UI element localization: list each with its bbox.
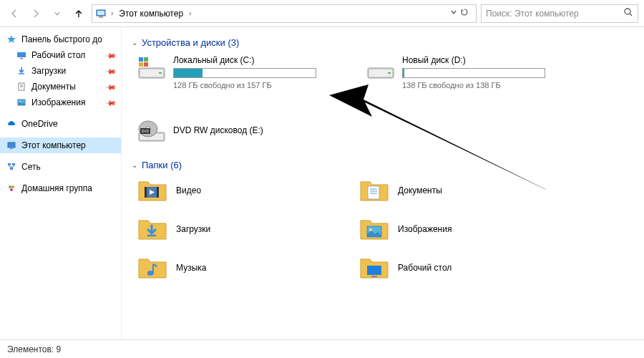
back-button[interactable] (6, 5, 23, 22)
this-pc-icon (95, 8, 107, 19)
drive-free-text: 138 ГБ свободно из 138 ГБ (402, 81, 552, 90)
chevron-down-icon: ⌄ (132, 39, 137, 47)
sidebar-item-documents[interactable]: Документы 📌 (0, 79, 121, 95)
drive-item[interactable]: DVD DVD RW дисковод (E:) (137, 118, 323, 144)
svg-rect-28 (144, 62, 148, 67)
svg-rect-16 (12, 163, 15, 165)
search-placeholder: Поиск: Этот компьютер (486, 9, 579, 19)
drive-free-text: 128 ГБ свободно из 157 ГБ (173, 81, 323, 90)
desktop-icon (16, 49, 27, 61)
group-header-devices[interactable]: ⌄ Устройства и диски (3) (132, 37, 634, 48)
search-icon (623, 7, 633, 19)
dropdown-icon[interactable] (450, 8, 457, 19)
svg-rect-23 (159, 72, 162, 74)
svg-rect-5 (17, 52, 26, 57)
sidebar-item-onedrive[interactable]: OneDrive (0, 116, 121, 132)
network-icon (6, 161, 17, 173)
svg-point-18 (9, 185, 11, 188)
sidebar-item-desktop[interactable]: Рабочий стол 📌 (0, 47, 121, 63)
svg-rect-41 (368, 186, 379, 199)
onedrive-icon (6, 118, 17, 130)
refresh-icon[interactable] (460, 8, 469, 19)
svg-text:DVD: DVD (142, 129, 150, 133)
pin-icon: 📌 (105, 97, 117, 108)
up-button[interactable] (70, 5, 87, 22)
folder-name: Музыка (176, 263, 206, 273)
folder-name: Изображения (398, 224, 452, 234)
music-folder-icon (137, 255, 167, 281)
drive-name: Новый диск (D:) (402, 55, 552, 65)
sidebar-item-homegroup[interactable]: Домашняя группа (0, 180, 121, 196)
svg-rect-2 (99, 16, 103, 18)
svg-rect-31 (388, 72, 391, 74)
svg-rect-15 (8, 163, 11, 165)
drive-item[interactable]: Локальный диск (C:) 128 ГБ свободно из 1… (137, 55, 323, 90)
svg-rect-48 (367, 266, 381, 275)
pin-icon: 📌 (105, 65, 117, 77)
drive-name: DVD RW дисковод (E:) (173, 125, 323, 135)
address-bar[interactable]: › Этот компьютер › (92, 4, 477, 23)
homegroup-icon (6, 183, 17, 194)
downloads-icon (16, 65, 27, 77)
svg-point-19 (11, 185, 14, 188)
svg-rect-17 (10, 168, 13, 170)
sidebar: Панель быстрого до Рабочий стол 📌 Загруз… (0, 27, 122, 339)
status-bar: Элементов: 9 (0, 339, 644, 358)
folder-item-music[interactable]: Музыка (137, 255, 295, 281)
svg-rect-14 (10, 148, 13, 149)
documents-icon (16, 81, 27, 92)
dvd-drive-icon: DVD (137, 118, 166, 144)
svg-rect-39 (145, 187, 147, 198)
svg-rect-40 (157, 187, 159, 198)
sidebar-item-quick-access[interactable]: Панель быстрого до (0, 32, 121, 47)
folder-name: Документы (398, 185, 442, 195)
folder-name: Загрузки (176, 224, 210, 234)
folder-item-videos[interactable]: Видео (137, 178, 295, 203)
folder-item-documents[interactable]: Документы (359, 178, 517, 203)
breadcrumb-item[interactable]: Этот компьютер (117, 9, 185, 19)
drive-c-icon (137, 55, 166, 81)
videos-folder-icon (137, 178, 167, 203)
forward-button[interactable] (27, 5, 44, 22)
sidebar-item-pictures[interactable]: Изображения 📌 (0, 95, 121, 110)
svg-point-3 (625, 9, 630, 14)
svg-line-4 (630, 14, 632, 16)
sidebar-item-network[interactable]: Сеть (0, 159, 121, 175)
svg-point-20 (10, 188, 13, 191)
main-content: ⌄ Устройства и диски (3) Локальный диск … (122, 27, 644, 339)
chevron-right-icon: › (187, 9, 192, 17)
pin-icon: 📌 (105, 49, 117, 61)
svg-rect-6 (20, 58, 23, 59)
svg-rect-1 (97, 11, 104, 15)
recent-dropdown[interactable] (49, 5, 66, 22)
drive-d-icon (366, 55, 395, 81)
pin-icon: 📌 (105, 81, 117, 92)
documents-folder-icon (359, 178, 389, 203)
pictures-icon (16, 97, 27, 108)
folder-name: Рабочий стол (398, 263, 452, 273)
downloads-folder-icon (137, 216, 167, 242)
svg-rect-13 (8, 142, 15, 147)
desktop-folder-icon (359, 255, 389, 281)
group-header-folders[interactable]: ⌄ Папки (6) (132, 160, 634, 170)
sidebar-item-downloads[interactable]: Загрузки 📌 (0, 63, 121, 79)
svg-rect-25 (139, 57, 143, 62)
chevron-down-icon: ⌄ (132, 161, 137, 169)
drive-usage-bar (402, 68, 545, 78)
svg-rect-26 (144, 57, 148, 62)
toolbar: › Этот компьютер › Поиск: Этот компьютер (0, 0, 644, 27)
drive-name: Локальный диск (C:) (173, 55, 323, 65)
chevron-right-icon: › (109, 9, 114, 17)
search-input[interactable]: Поиск: Этот компьютер (481, 4, 638, 23)
folder-item-desktop[interactable]: Рабочий стол (359, 255, 517, 281)
pictures-folder-icon (359, 216, 389, 242)
drive-usage-bar (173, 68, 316, 78)
folder-item-pictures[interactable]: Изображения (359, 216, 517, 242)
drive-item[interactable]: Новый диск (D:) 138 ГБ свободно из 138 Г… (366, 55, 552, 90)
svg-rect-27 (139, 62, 143, 67)
svg-point-47 (369, 228, 372, 231)
folder-item-downloads[interactable]: Загрузки (137, 216, 295, 242)
sidebar-item-this-pc[interactable]: Этот компьютер (0, 137, 121, 153)
this-pc-icon (6, 140, 17, 151)
svg-rect-49 (371, 276, 377, 277)
